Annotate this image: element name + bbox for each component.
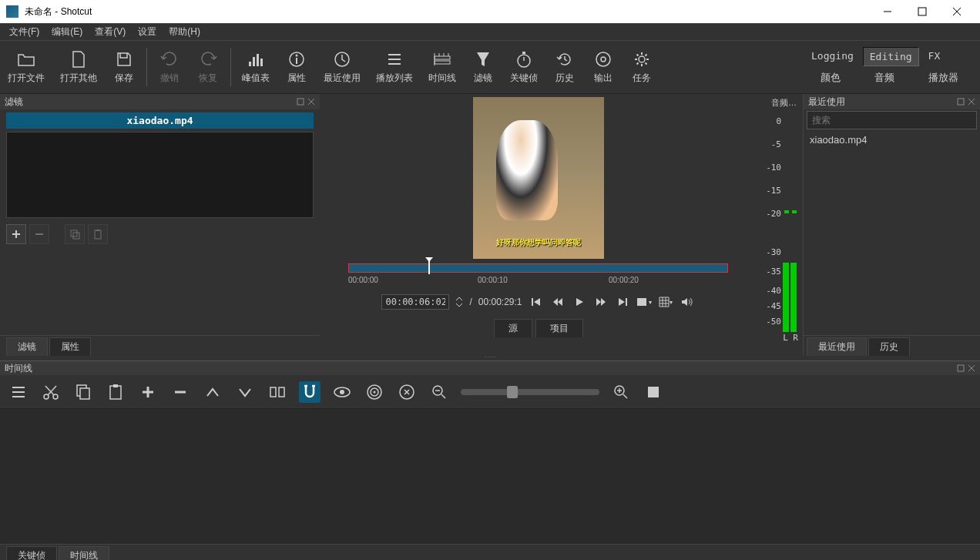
skip-start-button[interactable]: [529, 294, 544, 310]
recent-item[interactable]: xiaodao.mp4: [804, 131, 980, 149]
file-item[interactable]: xiaodao.mp4: [6, 112, 314, 129]
open-other-button[interactable]: 打开其他: [52, 47, 105, 88]
lift-button[interactable]: [202, 381, 223, 403]
tab-timeline[interactable]: 时间线: [59, 546, 109, 560]
close-button[interactable]: [939, 0, 974, 23]
split-button[interactable]: [267, 381, 288, 403]
maximize-button[interactable]: [904, 0, 939, 23]
remove-button[interactable]: [169, 381, 191, 403]
fast-forward-button[interactable]: [593, 294, 609, 310]
menu-settings[interactable]: 设置: [132, 24, 163, 40]
rewind-button[interactable]: [550, 294, 566, 310]
menu-edit[interactable]: 编辑(E): [45, 24, 89, 40]
tab-recent[interactable]: 最近使用: [807, 337, 867, 356]
playlist-button[interactable]: 播放列表: [368, 47, 421, 88]
export-button[interactable]: 输出: [584, 47, 623, 88]
remove-filter-button[interactable]: [29, 224, 49, 244]
logging-button[interactable]: Logging: [805, 47, 860, 66]
color-button[interactable]: 颜色: [805, 68, 856, 88]
search-input[interactable]: [807, 111, 977, 129]
recent-panel: 最近使用 xiaodao.mp4 最近使用 历史: [803, 94, 980, 356]
grid-button[interactable]: ▾: [658, 294, 673, 310]
player-button[interactable]: 播放器: [913, 68, 974, 88]
undock-icon[interactable]: [957, 364, 965, 372]
tab-filters[interactable]: 滤镜: [6, 337, 48, 356]
paste-button[interactable]: [105, 381, 126, 403]
timeline-tracks[interactable]: [0, 409, 980, 544]
cut-button[interactable]: [40, 381, 62, 403]
svg-rect-35: [95, 230, 101, 239]
close-panel-icon[interactable]: [968, 98, 975, 106]
keyframes-button[interactable]: 关键侦: [502, 47, 545, 88]
svg-rect-10: [296, 58, 297, 64]
jobs-button[interactable]: 任务: [623, 47, 661, 88]
paste-filter-button[interactable]: [88, 224, 108, 244]
ripple-all-button[interactable]: [396, 381, 418, 403]
menu-file[interactable]: 文件(F): [3, 24, 45, 40]
play-button[interactable]: [572, 294, 587, 310]
playhead[interactable]: [428, 260, 430, 274]
properties-button[interactable]: 属性: [277, 47, 316, 88]
zoom-slider[interactable]: [461, 389, 599, 395]
open-file-button[interactable]: 打开文件: [0, 47, 52, 88]
recent-button[interactable]: 最近使用: [316, 47, 368, 88]
copy-button[interactable]: [72, 381, 94, 403]
tab-history[interactable]: 历史: [868, 337, 910, 356]
close-panel-icon[interactable]: [307, 98, 315, 106]
timeline-menu-button[interactable]: [8, 381, 29, 403]
append-button[interactable]: [137, 381, 159, 403]
recent-label: 最近使用: [324, 72, 361, 85]
copy-filter-button[interactable]: [65, 224, 85, 244]
svg-line-72: [623, 394, 627, 398]
editing-button[interactable]: Editing: [863, 47, 919, 66]
zoom-fit-button[interactable]: [643, 381, 664, 403]
svg-rect-7: [260, 59, 263, 66]
zoom-out-button[interactable]: [428, 381, 450, 403]
redo-button[interactable]: 恢复: [189, 47, 227, 88]
menu-help[interactable]: 帮助(H): [163, 24, 206, 40]
stopwatch-icon: [515, 50, 533, 69]
history-button[interactable]: 历史: [545, 47, 584, 88]
svg-rect-40: [958, 99, 964, 105]
filters-button[interactable]: 滤镜: [464, 47, 502, 88]
history-icon: [555, 50, 574, 69]
close-panel-icon[interactable]: [968, 364, 975, 372]
volume-button[interactable]: [680, 294, 695, 310]
undo-icon: [160, 50, 179, 69]
ripple-button[interactable]: [364, 381, 385, 403]
snap-button[interactable]: [299, 381, 321, 403]
add-filter-button[interactable]: [6, 224, 26, 244]
meter-value: -35: [766, 267, 781, 277]
time-stepper-icon[interactable]: [455, 296, 463, 308]
audio-button[interactable]: 音频: [859, 68, 910, 88]
save-button[interactable]: 保存: [105, 47, 143, 88]
zoom-in-button[interactable]: [610, 381, 632, 403]
tab-source[interactable]: 源: [494, 319, 532, 337]
undock-icon[interactable]: [957, 98, 965, 106]
svg-rect-22: [522, 52, 525, 54]
scrubber[interactable]: 00:00:00 00:00:10 00:00:20: [344, 260, 733, 291]
skip-end-button[interactable]: [615, 294, 630, 310]
minimize-button[interactable]: [870, 0, 904, 23]
svg-point-63: [340, 390, 344, 394]
zoom-fit-button[interactable]: ▾: [636, 294, 652, 310]
svg-point-26: [639, 56, 645, 62]
current-time-input[interactable]: [381, 294, 449, 310]
overwrite-button[interactable]: [234, 381, 256, 403]
scrub-button[interactable]: [331, 381, 353, 403]
timeline-button[interactable]: 时间线: [421, 47, 464, 88]
tab-keyframes[interactable]: 关键侦: [6, 546, 57, 560]
timeline-section: 时间线 关键侦 时间线: [0, 360, 980, 560]
peak-meter-button[interactable]: 峰值表: [234, 47, 277, 88]
tab-project[interactable]: 项目: [535, 319, 583, 337]
fx-button[interactable]: FX: [922, 47, 947, 66]
undock-icon[interactable]: [297, 98, 304, 106]
video-preview[interactable]: 好呀那你想学吗问即答呢: [473, 97, 604, 259]
document-icon: [69, 50, 88, 69]
open-file-label: 打开文件: [8, 72, 45, 85]
tab-properties[interactable]: 属性: [49, 337, 91, 356]
menu-view[interactable]: 查看(V): [89, 24, 132, 40]
filters-list-area: [6, 132, 314, 218]
undo-button[interactable]: 撤销: [150, 47, 189, 88]
zoom-handle[interactable]: [507, 386, 518, 398]
